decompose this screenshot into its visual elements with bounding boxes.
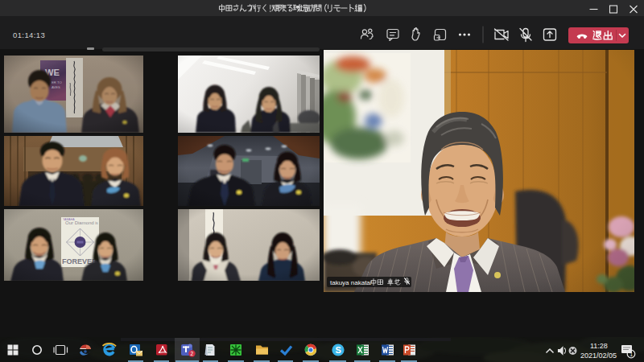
svg-text:1: 1 <box>630 352 633 357</box>
svg-text:takuya nakata/: takuya nakata/ <box>330 278 373 286</box>
svg-text:S: S <box>335 345 341 355</box>
svg-text:2021/02/05: 2021/02/05 <box>580 352 617 360</box>
svg-text:11:28: 11:28 <box>590 342 608 350</box>
svg-text:2: 2 <box>191 351 194 356</box>
